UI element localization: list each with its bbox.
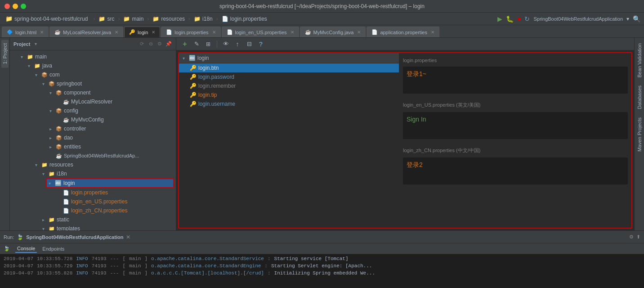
rb-value-header-zh: login_zh_CN.properties (中文/中国) <box>403 146 628 155</box>
console-tabs: 🍃 Console Endpoints <box>0 243 644 254</box>
arrow-resources: ▾ <box>35 162 41 167</box>
arrow-dao: ▸ <box>49 135 56 140</box>
tab-mymvcconfig[interactable]: ☕ MyMvcConfig.java ✕ <box>300 27 366 37</box>
rb-login-folder[interactable]: ▾ 🔤 login <box>179 53 399 63</box>
collapse-all-icon[interactable]: ⊖ <box>147 40 154 48</box>
run-button[interactable]: ▶ <box>497 15 502 22</box>
rb-value-content-zh: 登录2 <box>403 158 628 184</box>
rb-key-login-btn[interactable]: 🔑 login.btn <box>179 63 399 72</box>
run-close-button[interactable]: ✕ <box>126 234 130 240</box>
sync-icon[interactable]: ⟳ <box>138 40 145 48</box>
tree-item-controller[interactable]: ▸ 📦 controller <box>10 124 176 133</box>
rb-table-view-btn[interactable]: ⊞ <box>203 40 213 49</box>
close-tab-loginprops[interactable]: ✕ <box>212 30 216 35</box>
tree-item-resources[interactable]: ▾ 📁 resources <box>10 160 176 169</box>
tree-item-config[interactable]: ▾ 📦 config <box>10 106 176 115</box>
tab-login-properties[interactable]: 📄 login.properties ✕ <box>161 27 220 37</box>
separator: › <box>93 16 95 22</box>
rb-value-text-en: Sign In <box>407 116 426 123</box>
key-label-password: login.password <box>198 74 234 80</box>
tab-login-html[interactable]: 🔷 login.html ✕ <box>2 27 49 37</box>
tab-login-en[interactable]: 📄 login_en_US.properties ✕ <box>222 27 299 37</box>
rb-keys-list: 🔑 login.btn 🔑 login.password 🔑 login.rem… <box>179 63 399 228</box>
rb-key-login-username[interactable]: 🔑 login.username <box>179 99 399 108</box>
debug-button[interactable]: 🐛 <box>506 15 514 22</box>
close-tab-login[interactable]: ✕ <box>152 30 155 35</box>
titlebar: spring-boot-04-web-restfulcrud [~/IdeaPr… <box>0 0 644 13</box>
folder-icon-i18n: 📁 <box>49 171 55 177</box>
rb-add-btn[interactable]: + <box>180 40 190 49</box>
reload-button[interactable]: ↻ <box>524 15 530 22</box>
rb-eye-btn[interactable]: 👁 <box>221 40 231 49</box>
search-button[interactable]: 🔍 <box>633 15 640 22</box>
console-tab-endpoints[interactable]: Endpoints <box>40 245 66 252</box>
class-icon-springboot04: ☕ <box>56 153 62 159</box>
minimize-button[interactable] <box>13 4 18 9</box>
tree-item-login-zh-props[interactable]: 📄 login_zh_CN.properties <box>10 206 176 215</box>
tree-item-i18n[interactable]: ▾ 📁 i18n <box>10 169 176 178</box>
tree-item-dao[interactable]: ▸ 📦 dao <box>10 133 176 142</box>
rb-key-login-remember[interactable]: 🔑 login.remember <box>179 81 399 90</box>
tree-item-templates[interactable]: ▾ 📁 templates <box>10 224 176 230</box>
key-icon-remember: 🔑 <box>190 83 197 89</box>
rb-keys-panel: ▾ 🔤 login 🔑 login.btn 🔑 <box>179 53 399 228</box>
tab-login[interactable]: 🔑 login ✕ <box>124 27 160 37</box>
rb-key-login-tip[interactable]: 🔑 login.tip <box>179 90 399 99</box>
tree-item-component[interactable]: ▾ 📦 component <box>10 88 176 97</box>
rb-value-text-zh: 登录2 <box>407 161 423 168</box>
arrow-i18n: ▾ <box>42 171 49 176</box>
tab-app-properties[interactable]: 📄 application.properties ✕ <box>367 27 439 37</box>
tree-item-mymvc[interactable]: ☕ MyMvcConfig <box>10 115 176 124</box>
close-tab-login-html[interactable]: ✕ <box>40 30 44 35</box>
close-tab-appprops[interactable]: ✕ <box>431 30 434 35</box>
close-button[interactable] <box>4 4 10 9</box>
project-tab[interactable]: 1: Project <box>1 40 9 68</box>
sidebar-controls: ⟳ ⊖ ⚙ 📌 <box>138 40 172 48</box>
sidebar-dropdown-arrow[interactable]: ▾ <box>35 41 37 46</box>
tree-item-java[interactable]: ▾ 📁 java <box>10 61 176 70</box>
folder-icon-component: 📦 <box>56 90 62 96</box>
close-tab-mymvc[interactable]: ✕ <box>357 30 361 35</box>
settings-icon[interactable]: ⚙ <box>156 40 163 48</box>
log-line-2: 2019-04-07 10:33:55.729 INFO 74193 --- [… <box>4 262 640 270</box>
folder-icon-resources: 📁 <box>41 162 48 168</box>
rb-help-btn[interactable]: ? <box>256 40 266 49</box>
console-tab-console[interactable]: Console <box>15 245 37 253</box>
project-selector[interactable]: 📁 spring-boot-04-web-restfulcrud <box>4 14 89 23</box>
tree-item-springboot[interactable]: ▾ 📦 springboot <box>10 79 176 88</box>
tree-item-com[interactable]: ▾ 📦 com <box>10 70 176 79</box>
rb-up-btn[interactable]: ↑ <box>233 40 242 49</box>
tree-item-static[interactable]: ▸ 📁 static <box>10 215 176 224</box>
rb-align-btn[interactable]: ⊟ <box>244 40 254 49</box>
close-tab-login-en[interactable]: ✕ <box>291 30 294 35</box>
tree-item-springboot04app[interactable]: ☕ SpringBoot04WebRestfulcrudAp... <box>10 151 176 160</box>
rb-values-panel: login.properties 登录1~ login_en_US.proper… <box>399 53 631 228</box>
settings-icon[interactable]: ⚙ <box>629 234 634 240</box>
run-app-name[interactable]: SpringBoot04WebRestfulcrudApplication <box>26 234 123 240</box>
tree-item-entities[interactable]: ▸ 📦 entities <box>10 142 176 151</box>
right-sidebar: Bean Validation Databases Maven Projects <box>634 38 644 230</box>
rb-value-section-zh: login_zh_CN.properties (中文/中国) 登录2 <box>403 146 628 184</box>
key-label-username: login.username <box>198 101 235 107</box>
run-app-label: SpringBoot04WebRestfulcrudApplication <box>533 16 623 22</box>
tree-item-mylocal[interactable]: ☕ MyLocalResolver <box>10 97 176 106</box>
right-tab-maven[interactable]: Maven Projects <box>636 114 643 155</box>
run-config-dropdown[interactable]: ▾ <box>626 16 629 22</box>
stop-button[interactable]: ■ <box>517 15 521 22</box>
tree-item-resource-bundle[interactable]: ▾ 🔤 login <box>46 178 174 188</box>
tree-item-login-props[interactable]: 📄 login.properties <box>10 188 176 197</box>
tree-item-login-en-props[interactable]: 📄 login_en_US.properties <box>10 197 176 206</box>
maximize-console-icon[interactable]: ⬆ <box>636 234 640 240</box>
key-label-remember: login.remember <box>198 83 236 89</box>
maximize-button[interactable] <box>21 4 26 9</box>
pin-icon[interactable]: 📌 <box>165 40 172 48</box>
rb-edit-btn[interactable]: ✎ <box>192 40 201 49</box>
tab-mylocal-resolver[interactable]: ☕ MyLocalResolver.java ✕ <box>49 27 123 37</box>
tree-item-main[interactable]: ▾ 📁 main <box>10 52 176 61</box>
close-tab-mylocal[interactable]: ✕ <box>115 30 118 35</box>
right-tab-databases[interactable]: Databases <box>636 82 643 113</box>
key-icon-tip: 🔑 <box>190 92 197 98</box>
props-icon-login-zh: 📄 <box>63 208 69 214</box>
right-tab-bean-validation[interactable]: Bean Validation <box>636 40 643 81</box>
rb-key-login-password[interactable]: 🔑 login.password <box>179 72 399 81</box>
